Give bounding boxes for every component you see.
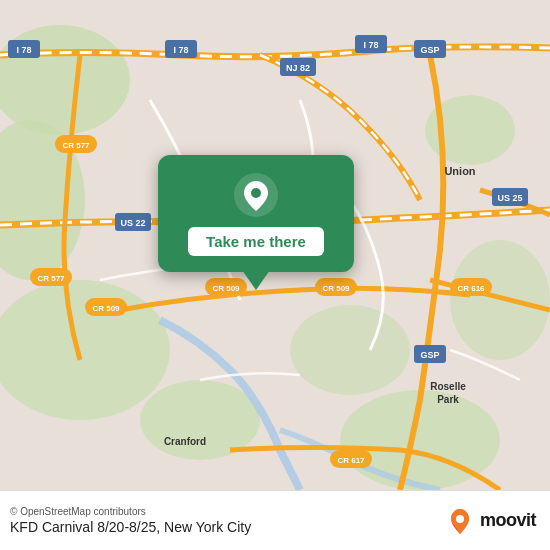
svg-text:US 25: US 25: [497, 193, 522, 203]
svg-text:Park: Park: [437, 394, 459, 405]
svg-text:Union: Union: [444, 165, 475, 177]
svg-text:CR 616: CR 616: [457, 284, 485, 293]
location-title: KFD Carnival 8/20-8/25, New York City: [10, 519, 251, 535]
location-pin-icon: [234, 173, 278, 217]
bottom-bar: © OpenStreetMap contributors KFD Carniva…: [0, 490, 550, 550]
bottom-left-info: © OpenStreetMap contributors KFD Carniva…: [10, 506, 251, 535]
popup-card: Take me there: [158, 155, 354, 272]
map-container: I 78 I 78 I 78 NJ 82 CR 577 CR 577 US 22…: [0, 0, 550, 490]
svg-text:Roselle: Roselle: [430, 381, 466, 392]
svg-text:GSP: GSP: [420, 45, 439, 55]
svg-text:I 78: I 78: [16, 45, 31, 55]
take-me-there-button[interactable]: Take me there: [188, 227, 324, 256]
moovit-text: moovit: [480, 510, 536, 531]
svg-text:CR 577: CR 577: [37, 274, 65, 283]
svg-text:I 78: I 78: [363, 40, 378, 50]
svg-point-44: [251, 188, 261, 198]
moovit-icon: [446, 507, 474, 535]
svg-text:CR 509: CR 509: [212, 284, 240, 293]
svg-text:CR 509: CR 509: [322, 284, 350, 293]
svg-text:NJ 82: NJ 82: [286, 63, 310, 73]
svg-point-45: [456, 515, 464, 523]
osm-credit: © OpenStreetMap contributors: [10, 506, 251, 517]
svg-text:CR 577: CR 577: [62, 141, 90, 150]
svg-text:CR 509: CR 509: [92, 304, 120, 313]
svg-text:I 78: I 78: [173, 45, 188, 55]
svg-text:Cranford: Cranford: [164, 436, 206, 447]
svg-text:GSP: GSP: [420, 350, 439, 360]
moovit-logo: moovit: [446, 507, 536, 535]
svg-text:US 22: US 22: [120, 218, 145, 228]
svg-point-7: [290, 305, 410, 395]
svg-text:CR 617: CR 617: [337, 456, 365, 465]
